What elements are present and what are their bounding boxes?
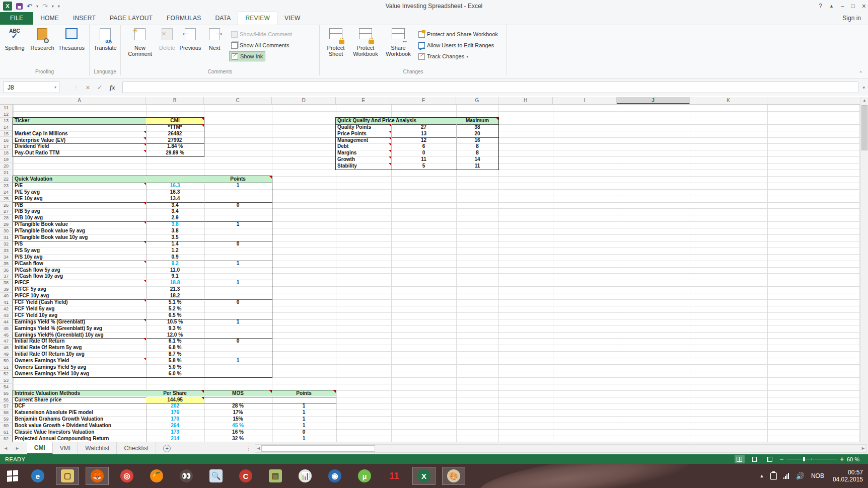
cell-A18[interactable]: Pay-Out Ratio TTM [13,150,146,156]
protect-and-share-workbook-button[interactable]: Protect and Share Workbook [416,29,500,39]
cell-C50[interactable]: 1 [204,358,272,364]
thesaurus-button[interactable]: Thesaurus [58,28,85,51]
cell-C26[interactable]: 0 [204,202,272,209]
ribbon-tab-view[interactable]: VIEW [277,12,307,25]
cell-C59[interactable]: 15% [204,416,272,423]
spelling-button[interactable]: ABC✓ Spelling [2,28,28,51]
cell-A59[interactable]: Benjamin Grahams Growth Valuation [13,416,146,423]
cell-B56[interactable]: 144.95 [146,397,204,403]
delete-comment-button[interactable]: × Delete [154,28,180,51]
row-header-31[interactable]: 31 [0,234,13,241]
protect-sheet-button[interactable]: Protect Sheet [323,28,349,57]
row-header-54[interactable]: 54 [0,384,13,390]
formula-bar-splitter[interactable]: ⋮ [74,85,79,90]
row-header-26[interactable]: 26 [0,202,13,209]
row-header-41[interactable]: 41 [0,299,13,306]
cell-A45[interactable]: Earnings Yield % (Greenblatt) 5y avg [13,326,146,332]
cell-F16[interactable]: 12 [391,137,456,144]
redo-caret[interactable]: ▾ [52,4,54,9]
cell-B60[interactable]: 264 [146,423,204,429]
start-button[interactable] [4,468,21,484]
help-button[interactable]: ? [819,3,822,10]
row-header-46[interactable]: 46 [0,332,13,339]
page-layout-view-button[interactable] [750,455,760,463]
name-box[interactable]: J8▾ [3,82,59,93]
redo-icon[interactable]: ↷ [42,3,48,10]
cell-B34[interactable]: 0.9 [146,254,204,261]
cell-A56[interactable]: Current Share price [13,397,146,403]
cell-G19[interactable]: 14 [456,156,498,163]
cell-A38[interactable]: P/FCF [13,280,146,286]
cell-F19[interactable]: 11 [391,156,456,163]
row-header-45[interactable]: 45 [0,326,13,332]
column-header-J[interactable]: J [617,97,690,104]
cell-B35[interactable]: 9.2 [146,261,204,267]
row-header-28[interactable]: 28 [0,215,13,221]
cell-F18[interactable]: 0 [391,150,456,156]
next-comment-button[interactable]: → Next [201,28,228,51]
save-icon[interactable] [16,3,23,10]
row-header-47[interactable]: 47 [0,338,13,345]
cell-B23[interactable]: 16.3 [146,183,204,189]
cell-A40[interactable]: P/FCF 10y avg [13,293,146,299]
cell-A15[interactable]: Market Cap In Millions [13,131,146,137]
cell-D57[interactable]: 1 [272,403,336,410]
cell-C60[interactable]: 45 % [204,423,272,429]
cell-B15[interactable]: 26482 [146,131,204,137]
taskbar-icon-ie[interactable]: e [26,467,49,485]
cell-B33[interactable]: 1.2 [146,248,204,254]
horizontal-scroll-thumb[interactable] [261,445,375,452]
column-header-D[interactable]: D [272,97,336,104]
row-header-57[interactable]: 57 [0,403,13,410]
row-header-35[interactable]: 35 [0,261,13,267]
cell-A44[interactable]: Earnings Yield % (Greenblatt) [13,319,146,326]
cell-B41[interactable]: 5.1 % [146,299,204,306]
taskbar-icon-explorer[interactable]: ▢ [56,467,79,485]
taskbar-icon-oovoo[interactable]: 👀 [175,467,198,485]
cell-B31[interactable]: 3.5 [146,234,204,241]
cell-B38[interactable]: 18.8 [146,280,204,286]
row-header-13[interactable]: 13 [0,118,13,124]
cell-C41[interactable]: 0 [204,299,272,306]
translate-button[interactable]: aあ Translate [92,28,118,51]
row-header-40[interactable]: 40 [0,293,13,299]
sheet-nav-left-arrow[interactable]: ◄ [0,446,12,451]
cell-A43[interactable]: FCF Yield 10y avg [13,312,146,319]
undo-caret[interactable]: ▾ [36,4,38,9]
cell-A22[interactable]: Quick Valuation [13,176,204,183]
taskbar-icon-doc-search[interactable]: 🔍 [204,467,228,485]
vertical-scroll-thumb[interactable] [861,105,867,150]
cell-A16[interactable]: Enterprise Value (EV) [13,137,146,144]
column-header-G[interactable]: G [456,97,498,104]
ribbon-tab-insert[interactable]: INSERT [66,12,103,25]
row-header-17[interactable]: 17 [0,143,13,150]
cell-C29[interactable]: 1 [204,221,272,228]
cell-C22[interactable]: Points [204,176,272,183]
cell-A62[interactable]: Projected Annual Compounding Return [13,436,146,442]
taskbar-icon-notes[interactable]: ▤ [264,467,287,485]
ribbon-tab-review[interactable]: REVIEW [238,12,277,25]
track-changes-button[interactable]: Track Changes▾ [416,51,470,61]
cell-A55[interactable]: Intrinsic Valuation Methods [13,390,146,397]
row-header-55[interactable]: 55 [0,390,13,397]
show-hide-comment-button[interactable]: Show/Hide Comment [229,29,294,39]
row-header-32[interactable]: 32 [0,241,13,248]
cell-A36[interactable]: P/Cash flow 5y avg [13,267,146,274]
row-header-44[interactable]: 44 [0,319,13,326]
row-header-37[interactable]: 37 [0,273,13,280]
volume-icon[interactable]: 🔊 [795,472,804,480]
tab-scroll-splitter[interactable]: ⋮ [246,446,252,451]
row-header-34[interactable]: 34 [0,254,13,261]
row-header-56[interactable]: 56 [0,397,13,403]
cell-G13[interactable]: Maximum [456,118,498,124]
row-header-48[interactable]: 48 [0,345,13,351]
cell-B32[interactable]: 1.4 [146,241,204,248]
cell-F20[interactable]: 5 [391,163,456,170]
cell-B45[interactable]: 9.3 % [146,326,204,332]
cell-A60[interactable]: Book value Growth + Dividend Valuation [13,423,146,429]
cell-B57[interactable]: 202 [146,403,204,410]
cell-A52[interactable]: Owners Earnings Yield 10y avg [13,371,146,377]
cell-A24[interactable]: P/E 5y avg [13,189,146,196]
ribbon-tab-data[interactable]: DATA [208,12,238,25]
new-sheet-button[interactable]: + [163,445,171,452]
